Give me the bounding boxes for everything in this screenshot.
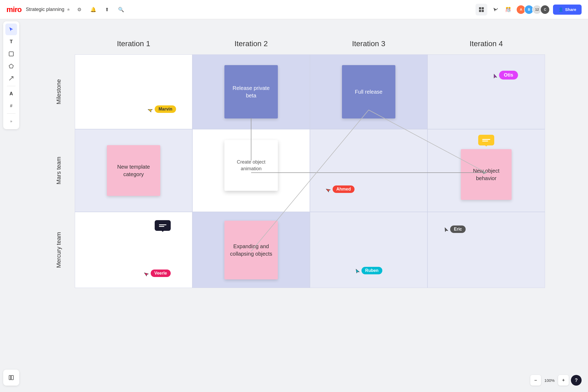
chat-lines-dark	[159, 224, 166, 227]
sticky-create-animation[interactable]: Create object animation	[224, 140, 278, 191]
svg-rect-0	[479, 7, 481, 9]
cell-m3[interactable]: Full release	[310, 54, 427, 129]
canvas[interactable]: Iteration 1 Iteration 2 Iteration 3 Iter…	[21, 19, 588, 392]
cell-merc4[interactable]: Eric	[427, 212, 545, 288]
row-milestone: Marvin Release private beta Full release	[75, 54, 556, 129]
avatar-group: A B 12 C	[516, 5, 550, 14]
row-mercury: Veerle Expanding and collapsing objects	[75, 212, 556, 288]
ruben-tag: Ruben	[361, 267, 382, 274]
sticky-expanding-collapsing[interactable]: Expanding and collapsing objects	[224, 221, 278, 279]
zoom-out-button[interactable]: −	[530, 375, 541, 386]
cursor-veerle: Veerle	[144, 270, 171, 277]
cell-mars2[interactable]: Create object animation	[192, 129, 310, 212]
marvin-tag: Marvin	[155, 105, 176, 113]
veerle-tag: Veerle	[151, 270, 171, 277]
sticky-new-template[interactable]: New template category	[107, 145, 160, 196]
chat-line2	[482, 141, 488, 141]
cell-merc1[interactable]: Veerle	[75, 212, 192, 288]
svg-rect-2	[479, 10, 481, 12]
cursor-marvin: Marvin	[148, 105, 176, 113]
notifications-icon[interactable]: 🔔	[88, 5, 98, 14]
cell-m1[interactable]: Marvin	[75, 54, 192, 129]
select-tool[interactable]	[5, 23, 17, 35]
miro-logo[interactable]: miro	[6, 5, 22, 14]
frame-tool[interactable]: #	[5, 100, 17, 112]
board-title[interactable]: Strategic planning ★	[26, 7, 70, 12]
zoom-level-label: 100%	[543, 378, 556, 383]
cell-merc2[interactable]: Expanding and collapsing objects	[192, 212, 310, 288]
svg-rect-1	[482, 7, 484, 9]
note-tool[interactable]	[5, 48, 17, 60]
col-header-2: Iteration 2	[192, 35, 310, 54]
topbar: miro Strategic planning ★ ⚙ 🔔 ⬆ 🔍 🎊	[0, 0, 588, 19]
toolbar-divider	[7, 86, 15, 86]
chat-line-d1	[159, 224, 166, 225]
arrow-tool[interactable]	[5, 73, 17, 84]
sticky-new-object-behavior[interactable]: New object behavior	[461, 149, 512, 200]
pen-tool[interactable]: A	[5, 88, 17, 100]
col-header-1: Iteration 1	[75, 35, 192, 54]
cell-merc3[interactable]: Ruben	[310, 212, 427, 288]
svg-rect-7	[9, 375, 11, 380]
svg-rect-3	[482, 10, 484, 12]
column-headers: Iteration 1 Iteration 2 Iteration 3 Iter…	[75, 35, 556, 54]
svg-line-4	[497, 8, 498, 9]
bottom-right-controls: − 100% + ?	[530, 375, 582, 386]
col-header-3: Iteration 3	[310, 35, 427, 54]
topbar-left: miro Strategic planning ★ ⚙ 🔔 ⬆ 🔍	[6, 5, 126, 14]
chat-lines	[482, 139, 490, 141]
avatar-user4: C	[540, 5, 550, 14]
sticky-release-private-beta[interactable]: Release private beta	[224, 65, 278, 118]
grid-container: Milestone Mars team Mercury team Ma	[43, 54, 556, 288]
cell-mars1[interactable]: New template category	[75, 129, 192, 212]
row-label-milestone: Milestone	[43, 54, 75, 129]
star-icon[interactable]: ★	[67, 7, 70, 12]
toolbar-divider2	[7, 113, 15, 114]
svg-rect-5	[9, 52, 13, 56]
board-title-text: Strategic planning	[26, 7, 64, 12]
cursor-ahmed: Ahmed	[326, 185, 355, 193]
shapes-tool[interactable]	[5, 60, 17, 72]
svg-rect-8	[11, 375, 13, 380]
chat-bubble-mars4[interactable]	[478, 135, 494, 145]
cell-m4[interactable]: Otis	[427, 54, 545, 129]
cursor-otis: Otis	[493, 71, 518, 80]
help-button[interactable]: ?	[571, 375, 582, 386]
row-mars: New template category Create object anim…	[75, 129, 556, 212]
bottom-left-toolbar	[3, 370, 19, 386]
row-labels: Milestone Mars team Mercury team	[43, 54, 75, 288]
text-tool[interactable]: T	[5, 36, 17, 47]
share-button[interactable]: 👤 Share	[553, 5, 582, 15]
sticky-full-release[interactable]: Full release	[342, 65, 395, 118]
chat-line-d2	[159, 226, 164, 227]
cursor-ruben: Ruben	[355, 267, 382, 274]
cursor-eric: Eric	[444, 225, 466, 233]
apps-button[interactable]	[476, 4, 487, 15]
eric-tag: Eric	[450, 225, 466, 233]
row-label-mercury: Mercury team	[43, 212, 75, 288]
col-header-4: Iteration 4	[427, 35, 545, 54]
cell-m2[interactable]: Release private beta	[192, 54, 310, 129]
otis-tag: Otis	[499, 71, 518, 80]
confetti-icon[interactable]: 🎊	[503, 5, 513, 14]
row-label-mars: Mars team	[43, 129, 75, 212]
grid-rows: Marvin Release private beta Full release	[75, 54, 556, 288]
board: Iteration 1 Iteration 2 Iteration 3 Iter…	[43, 35, 556, 288]
svg-line-6	[9, 77, 13, 80]
share-icon: 👤	[558, 7, 563, 12]
share-label: Share	[565, 7, 576, 12]
left-toolbar: T A # »	[3, 21, 19, 129]
chat-line1	[482, 139, 490, 140]
cell-mars3[interactable]: Ahmed	[310, 129, 427, 212]
topbar-right: 🎊 A B 12 C 👤 Share	[476, 4, 582, 15]
text-icon: T	[10, 39, 13, 45]
panels-toggle[interactable]	[5, 372, 17, 383]
share-board-icon[interactable]: ⬆	[102, 5, 112, 14]
settings-icon[interactable]: ⚙	[75, 5, 84, 14]
chat-bubble-merc1[interactable]	[155, 220, 171, 231]
cell-mars4[interactable]: New object behavior	[427, 129, 545, 212]
cursor-mode-icon[interactable]	[490, 5, 500, 14]
zoom-in-button[interactable]: +	[558, 375, 569, 386]
search-icon[interactable]: 🔍	[116, 5, 126, 14]
more-tools[interactable]: »	[5, 115, 17, 127]
